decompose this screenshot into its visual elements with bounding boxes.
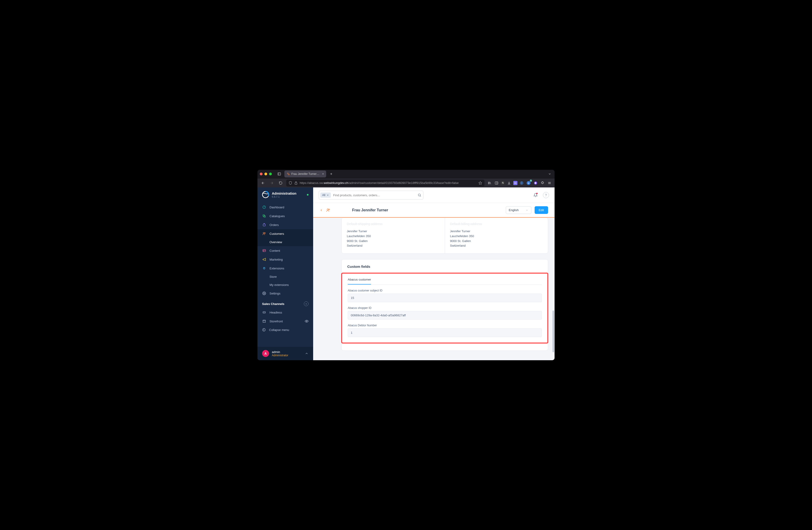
help-button[interactable]: ? xyxy=(543,192,549,198)
sidebar-item-extensions[interactable]: Extensions xyxy=(258,264,313,273)
extensions-icon[interactable] xyxy=(540,180,545,186)
collapse-label: Collapse menu xyxy=(269,328,289,332)
language-select[interactable]: English xyxy=(506,206,531,214)
reader-icon[interactable] xyxy=(494,180,499,186)
sidebar-version: 6.6.7.1 xyxy=(272,195,304,198)
sidebar-item-customers[interactable]: Customers xyxy=(258,229,313,238)
sidebar-item-content[interactable]: Content xyxy=(258,246,313,255)
sidebar-item-dashboard[interactable]: Dashboard xyxy=(258,203,313,212)
eye-icon[interactable] xyxy=(305,319,308,323)
svg-point-46 xyxy=(418,194,420,196)
sidebar-item-label: My extensions xyxy=(270,283,289,287)
sidebar-item-marketing[interactable]: Marketing xyxy=(258,255,313,264)
field-input[interactable] xyxy=(348,328,542,337)
browser-tab[interactable]: Frau Jennifer Turner | Customer × xyxy=(284,171,326,177)
tab-abacus-customer[interactable]: Abacus customer xyxy=(348,278,371,285)
sidebar-item-label: Settings xyxy=(270,292,280,295)
sidebar-item-label: Marketing xyxy=(270,258,283,261)
field-input[interactable] xyxy=(348,293,542,302)
nav-reload-button[interactable] xyxy=(277,180,284,186)
billing-title: Default billing address xyxy=(450,222,543,226)
layers-icon xyxy=(262,214,266,218)
nav-back-button[interactable] xyxy=(260,180,266,186)
chevron-down-icon xyxy=(525,209,528,212)
topbar: All ? xyxy=(313,187,554,203)
tabs-dropdown-icon[interactable] xyxy=(547,171,552,176)
sidebar-nav: Dashboard Catalogues Orders Customers Ov… xyxy=(258,201,313,347)
download-icon[interactable] xyxy=(506,180,512,186)
sidebar-footer[interactable]: A admin Administrator xyxy=(258,347,313,360)
ext-badge-blue[interactable]: 3 xyxy=(526,180,531,186)
sidebar-item-label: Customers xyxy=(270,232,284,235)
extension-icons: N 11 3 xyxy=(487,180,552,186)
sidebar-item-label: Store xyxy=(270,275,277,278)
field-label: Abacus shopper ID xyxy=(348,306,542,310)
addr-zip-city: 9000 St. Gallen xyxy=(347,239,440,244)
sidebar-toggle-icon[interactable] xyxy=(276,171,282,177)
edit-button[interactable]: Edit xyxy=(535,206,548,214)
svg-point-16 xyxy=(521,183,522,184)
tab-favicon-icon xyxy=(287,172,290,175)
bag-icon xyxy=(262,223,266,227)
highlight-box: Abacus customer Abacus customer subject … xyxy=(341,273,548,344)
field-label: Abacus customer subject ID xyxy=(348,289,542,292)
svg-rect-43 xyxy=(263,321,265,323)
svg-rect-12 xyxy=(495,182,498,184)
url-text: https://abacus.sw.webwirkungdev.ch/admin… xyxy=(300,181,477,185)
customers-context-icon[interactable] xyxy=(326,208,330,212)
ext-eye-icon[interactable] xyxy=(519,180,524,186)
menu-icon[interactable] xyxy=(547,180,552,186)
field-input[interactable] xyxy=(348,311,542,319)
chevron-down-icon xyxy=(327,194,329,196)
sidebar-channel-storefront[interactable]: Storefront xyxy=(258,317,313,326)
svg-point-30 xyxy=(264,232,265,233)
svg-point-49 xyxy=(329,209,330,210)
search-filter-tag[interactable]: All xyxy=(320,192,331,198)
window-close[interactable] xyxy=(260,173,263,175)
gear-icon xyxy=(262,291,266,296)
addresses-card: Default shipping address Jennifer Turner… xyxy=(342,218,548,254)
search-icon[interactable] xyxy=(418,193,421,197)
url-bar[interactable]: https://abacus.sw.webwirkungdev.ch/admin… xyxy=(286,180,484,186)
nav-forward-button[interactable] xyxy=(269,180,275,186)
browser-tab-bar: Frau Jennifer Turner | Customer × + xyxy=(258,170,554,178)
add-channel-button[interactable]: + xyxy=(304,301,308,306)
new-tab-button[interactable]: + xyxy=(328,171,334,177)
scrollbar[interactable] xyxy=(552,218,554,358)
svg-point-2 xyxy=(287,173,288,174)
sidebar-item-catalogues[interactable]: Catalogues xyxy=(258,212,313,220)
ext-purple-circle-icon[interactable] xyxy=(533,180,538,186)
svg-rect-6 xyxy=(295,183,297,184)
search-bar[interactable]: All xyxy=(319,191,423,200)
collapse-menu-button[interactable]: Collapse menu xyxy=(258,326,313,334)
sidebar-item-settings[interactable]: Settings xyxy=(258,289,313,298)
sidebar-title: Administration xyxy=(272,191,304,195)
window-maximize[interactable] xyxy=(269,173,272,175)
billing-address-card: Default billing address Jennifer Turner … xyxy=(445,218,548,253)
notifications-button[interactable] xyxy=(532,191,539,199)
sidebar-channel-headless[interactable]: Headless xyxy=(258,308,313,317)
sidebar-item-my-extensions[interactable]: My extensions xyxy=(258,281,313,289)
search-filter-label: All xyxy=(322,194,325,197)
window-minimize[interactable] xyxy=(264,173,267,175)
sidebar-header: Administration 6.6.7.1 xyxy=(258,187,313,201)
ext-badge-purple[interactable]: 11 xyxy=(513,181,518,185)
sidebar-item-overview[interactable]: Overview xyxy=(258,238,313,246)
addr-street: Lauchefelden 350 xyxy=(347,234,440,239)
sidebar-item-orders[interactable]: Orders xyxy=(258,220,313,229)
bookmark-icon[interactable] xyxy=(478,181,482,185)
search-input[interactable] xyxy=(333,194,418,197)
sidebar-item-label: Headless xyxy=(270,311,282,314)
tab-close-icon[interactable]: × xyxy=(322,172,324,175)
library-icon[interactable] xyxy=(487,180,492,186)
field-shopper-id: Abacus shopper ID xyxy=(348,306,542,319)
ext-n-icon[interactable]: N xyxy=(501,181,505,185)
svg-point-38 xyxy=(264,293,265,294)
gauge-icon xyxy=(262,205,266,209)
back-button[interactable] xyxy=(320,209,323,212)
scrollbar-thumb[interactable] xyxy=(552,311,554,352)
sidebar-item-label: Dashboard xyxy=(270,205,284,209)
addr-country: Switzerland xyxy=(450,243,543,248)
chevron-up-icon xyxy=(305,352,308,355)
sidebar-item-store[interactable]: Store xyxy=(258,273,313,281)
